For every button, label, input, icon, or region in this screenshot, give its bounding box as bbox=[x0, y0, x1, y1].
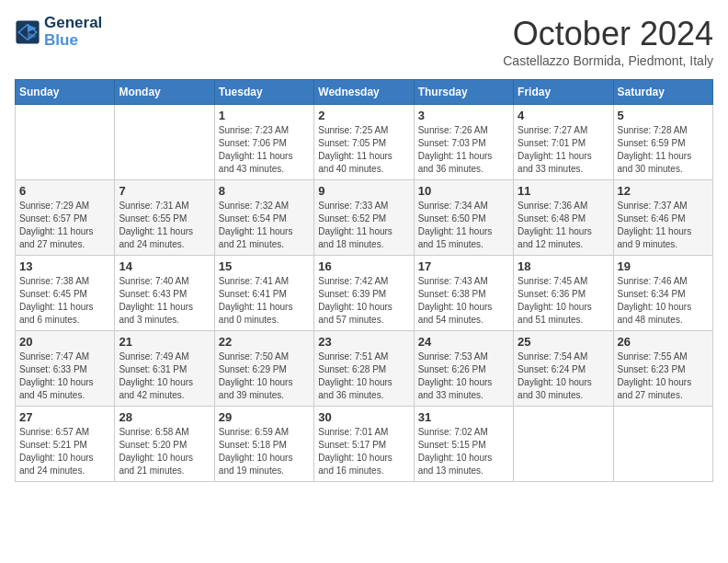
day-info: Sunrise: 7:27 AM Sunset: 7:01 PM Dayligh… bbox=[518, 124, 609, 176]
day-info: Sunrise: 7:40 AM Sunset: 6:43 PM Dayligh… bbox=[119, 275, 210, 327]
day-info: Sunrise: 7:33 AM Sunset: 6:52 PM Dayligh… bbox=[318, 200, 409, 251]
day-number: 27 bbox=[19, 410, 110, 424]
day-info: Sunrise: 7:42 AM Sunset: 6:39 PM Dayligh… bbox=[318, 275, 409, 327]
day-number: 23 bbox=[318, 335, 409, 349]
day-info: Sunrise: 7:28 AM Sunset: 6:59 PM Dayligh… bbox=[618, 124, 709, 176]
day-number: 12 bbox=[618, 184, 709, 198]
day-info: Sunrise: 7:32 AM Sunset: 6:54 PM Dayligh… bbox=[219, 200, 310, 251]
day-info: Sunrise: 6:57 AM Sunset: 5:21 PM Dayligh… bbox=[19, 426, 110, 477]
calendar-cell: 2Sunrise: 7:25 AM Sunset: 7:05 PM Daylig… bbox=[314, 105, 414, 180]
day-number: 25 bbox=[518, 335, 609, 349]
logo-text: General Blue bbox=[44, 15, 102, 49]
calendar-week-row: 13Sunrise: 7:38 AM Sunset: 6:45 PM Dayli… bbox=[16, 256, 713, 331]
calendar-cell: 4Sunrise: 7:27 AM Sunset: 7:01 PM Daylig… bbox=[514, 105, 613, 180]
calendar-cell: 22Sunrise: 7:50 AM Sunset: 6:29 PM Dayli… bbox=[214, 331, 313, 407]
calendar-cell: 8Sunrise: 7:32 AM Sunset: 6:54 PM Daylig… bbox=[214, 180, 313, 256]
day-number: 31 bbox=[418, 410, 509, 424]
day-number: 18 bbox=[518, 259, 609, 273]
day-info: Sunrise: 7:46 AM Sunset: 6:34 PM Dayligh… bbox=[618, 275, 709, 327]
day-info: Sunrise: 6:59 AM Sunset: 5:18 PM Dayligh… bbox=[219, 426, 310, 477]
day-number: 26 bbox=[618, 335, 709, 349]
calendar-cell: 7Sunrise: 7:31 AM Sunset: 6:55 PM Daylig… bbox=[115, 180, 214, 256]
day-number: 16 bbox=[318, 259, 409, 273]
day-number: 20 bbox=[19, 335, 110, 349]
calendar-cell: 27Sunrise: 6:57 AM Sunset: 5:21 PM Dayli… bbox=[16, 407, 115, 482]
day-number: 14 bbox=[119, 259, 210, 273]
calendar-cell: 5Sunrise: 7:28 AM Sunset: 6:59 PM Daylig… bbox=[613, 105, 712, 180]
calendar-week-row: 20Sunrise: 7:47 AM Sunset: 6:33 PM Dayli… bbox=[16, 331, 713, 407]
day-number: 8 bbox=[219, 184, 310, 198]
day-info: Sunrise: 6:58 AM Sunset: 5:20 PM Dayligh… bbox=[119, 426, 210, 477]
calendar-week-row: 1Sunrise: 7:23 AM Sunset: 7:06 PM Daylig… bbox=[16, 105, 713, 180]
day-number: 1 bbox=[219, 109, 310, 122]
day-number: 15 bbox=[219, 259, 310, 273]
day-info: Sunrise: 7:49 AM Sunset: 6:31 PM Dayligh… bbox=[119, 350, 210, 402]
day-info: Sunrise: 7:53 AM Sunset: 6:26 PM Dayligh… bbox=[418, 350, 509, 402]
calendar-cell: 16Sunrise: 7:42 AM Sunset: 6:39 PM Dayli… bbox=[314, 256, 414, 331]
day-info: Sunrise: 7:01 AM Sunset: 5:17 PM Dayligh… bbox=[318, 426, 409, 477]
header-sunday: Sunday bbox=[16, 80, 115, 105]
calendar-cell: 28Sunrise: 6:58 AM Sunset: 5:20 PM Dayli… bbox=[115, 407, 214, 482]
day-number: 6 bbox=[19, 184, 110, 198]
header-monday: Monday bbox=[115, 80, 214, 105]
day-number: 5 bbox=[618, 109, 709, 122]
header-tuesday: Tuesday bbox=[214, 80, 313, 105]
calendar-cell: 31Sunrise: 7:02 AM Sunset: 5:15 PM Dayli… bbox=[414, 407, 513, 482]
location: Castellazzo Bormida, Piedmont, Italy bbox=[503, 53, 713, 68]
calendar-cell: 24Sunrise: 7:53 AM Sunset: 6:26 PM Dayli… bbox=[414, 331, 513, 407]
page-header: General Blue October 2024 Castellazzo Bo… bbox=[15, 15, 713, 68]
day-number: 10 bbox=[418, 184, 509, 198]
day-number: 9 bbox=[318, 184, 409, 198]
day-number: 29 bbox=[219, 410, 310, 424]
calendar-cell: 12Sunrise: 7:37 AM Sunset: 6:46 PM Dayli… bbox=[613, 180, 712, 256]
day-number: 24 bbox=[418, 335, 509, 349]
calendar-cell: 10Sunrise: 7:34 AM Sunset: 6:50 PM Dayli… bbox=[414, 180, 513, 256]
day-info: Sunrise: 7:38 AM Sunset: 6:45 PM Dayligh… bbox=[19, 275, 110, 327]
day-number: 21 bbox=[119, 335, 210, 349]
day-info: Sunrise: 7:50 AM Sunset: 6:29 PM Dayligh… bbox=[219, 350, 310, 402]
calendar-cell: 15Sunrise: 7:41 AM Sunset: 6:41 PM Dayli… bbox=[214, 256, 313, 331]
day-info: Sunrise: 7:34 AM Sunset: 6:50 PM Dayligh… bbox=[418, 200, 509, 251]
calendar-header-row: SundayMondayTuesdayWednesdayThursdayFrid… bbox=[16, 80, 713, 105]
calendar-cell: 3Sunrise: 7:26 AM Sunset: 7:03 PM Daylig… bbox=[414, 105, 513, 180]
header-wednesday: Wednesday bbox=[314, 80, 414, 105]
calendar-cell: 29Sunrise: 6:59 AM Sunset: 5:18 PM Dayli… bbox=[214, 407, 313, 482]
day-number: 2 bbox=[318, 109, 409, 122]
day-info: Sunrise: 7:23 AM Sunset: 7:06 PM Dayligh… bbox=[219, 124, 310, 176]
day-number: 19 bbox=[618, 259, 709, 273]
calendar-cell bbox=[16, 105, 115, 180]
day-info: Sunrise: 7:54 AM Sunset: 6:24 PM Dayligh… bbox=[518, 350, 609, 402]
calendar-cell: 26Sunrise: 7:55 AM Sunset: 6:23 PM Dayli… bbox=[613, 331, 712, 407]
day-info: Sunrise: 7:47 AM Sunset: 6:33 PM Dayligh… bbox=[19, 350, 110, 402]
header-saturday: Saturday bbox=[613, 80, 712, 105]
day-info: Sunrise: 7:02 AM Sunset: 5:15 PM Dayligh… bbox=[418, 426, 509, 477]
day-info: Sunrise: 7:41 AM Sunset: 6:41 PM Dayligh… bbox=[219, 275, 310, 327]
day-number: 22 bbox=[219, 335, 310, 349]
calendar-cell bbox=[115, 105, 214, 180]
calendar-cell: 11Sunrise: 7:36 AM Sunset: 6:48 PM Dayli… bbox=[514, 180, 613, 256]
calendar-cell bbox=[514, 407, 613, 482]
day-info: Sunrise: 7:37 AM Sunset: 6:46 PM Dayligh… bbox=[618, 200, 709, 251]
day-number: 7 bbox=[119, 184, 210, 198]
day-number: 17 bbox=[418, 259, 509, 273]
day-number: 11 bbox=[518, 184, 609, 198]
day-info: Sunrise: 7:29 AM Sunset: 6:57 PM Dayligh… bbox=[19, 200, 110, 251]
day-number: 28 bbox=[119, 410, 210, 424]
calendar-cell: 20Sunrise: 7:47 AM Sunset: 6:33 PM Dayli… bbox=[16, 331, 115, 407]
calendar-cell: 9Sunrise: 7:33 AM Sunset: 6:52 PM Daylig… bbox=[314, 180, 414, 256]
calendar-cell: 6Sunrise: 7:29 AM Sunset: 6:57 PM Daylig… bbox=[16, 180, 115, 256]
calendar-cell: 21Sunrise: 7:49 AM Sunset: 6:31 PM Dayli… bbox=[115, 331, 214, 407]
calendar-cell: 13Sunrise: 7:38 AM Sunset: 6:45 PM Dayli… bbox=[16, 256, 115, 331]
calendar-cell: 14Sunrise: 7:40 AM Sunset: 6:43 PM Dayli… bbox=[115, 256, 214, 331]
calendar-table: SundayMondayTuesdayWednesdayThursdayFrid… bbox=[15, 79, 713, 482]
day-info: Sunrise: 7:25 AM Sunset: 7:05 PM Dayligh… bbox=[318, 124, 409, 176]
day-info: Sunrise: 7:26 AM Sunset: 7:03 PM Dayligh… bbox=[418, 124, 509, 176]
title-block: October 2024 Castellazzo Bormida, Piedmo… bbox=[503, 15, 713, 68]
day-number: 4 bbox=[518, 109, 609, 122]
day-info: Sunrise: 7:55 AM Sunset: 6:23 PM Dayligh… bbox=[618, 350, 709, 402]
header-friday: Friday bbox=[514, 80, 613, 105]
day-info: Sunrise: 7:51 AM Sunset: 6:28 PM Dayligh… bbox=[318, 350, 409, 402]
calendar-cell: 1Sunrise: 7:23 AM Sunset: 7:06 PM Daylig… bbox=[214, 105, 313, 180]
day-info: Sunrise: 7:31 AM Sunset: 6:55 PM Dayligh… bbox=[119, 200, 210, 251]
calendar-cell bbox=[613, 407, 712, 482]
